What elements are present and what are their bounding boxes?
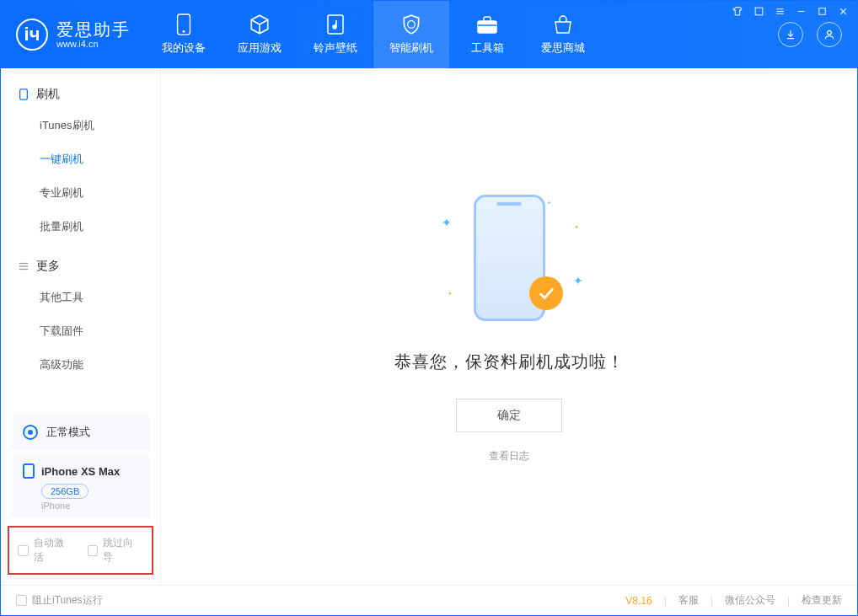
list-icon bbox=[18, 260, 29, 272]
success-illustration: ✦ ● ● ✦ + bbox=[425, 190, 593, 325]
tab-my-device[interactable]: 我的设备 bbox=[146, 1, 222, 68]
check-badge-icon bbox=[529, 276, 563, 310]
nav-header-label: 更多 bbox=[36, 259, 60, 274]
svg-rect-5 bbox=[819, 8, 826, 15]
nav-item-download-firmware[interactable]: 下载固件 bbox=[1, 314, 160, 348]
phone-outline-icon bbox=[18, 88, 29, 100]
phone-icon bbox=[23, 463, 35, 479]
svg-rect-0 bbox=[755, 8, 763, 15]
wechat-link[interactable]: 微信公众号 bbox=[725, 593, 775, 608]
sidebar: 刷机 iTunes刷机 一键刷机 专业刷机 批量刷机 更多 其他工具 下载固件 … bbox=[1, 68, 161, 585]
window-controls bbox=[732, 6, 849, 19]
svg-point-13 bbox=[828, 30, 832, 35]
music-file-icon bbox=[324, 13, 346, 35]
nav-header-label: 刷机 bbox=[36, 87, 60, 102]
ok-button[interactable]: 确定 bbox=[456, 399, 562, 432]
tab-label: 爱思商城 bbox=[541, 40, 585, 56]
tab-store[interactable]: 爱思商城 bbox=[525, 1, 601, 68]
toolbox-icon bbox=[476, 13, 498, 35]
tab-flash[interactable]: 智能刷机 bbox=[373, 1, 449, 68]
checkbox-label: 阻止iTunes运行 bbox=[32, 593, 103, 608]
shirt-icon[interactable] bbox=[732, 6, 743, 19]
sparkle-icon: ✦ bbox=[573, 274, 583, 287]
version-label: V8.16 bbox=[625, 595, 652, 607]
maximize-button[interactable] bbox=[817, 6, 828, 19]
target-icon bbox=[23, 425, 38, 440]
menu-icon[interactable] bbox=[775, 6, 786, 19]
nav-item-other-tools[interactable]: 其他工具 bbox=[1, 281, 160, 314]
nav-section-flash: 刷机 iTunes刷机 一键刷机 专业刷机 批量刷机 bbox=[1, 77, 160, 244]
header: iч 爱思助手 www.i4.cn 我的设备 应用游戏 bbox=[1, 1, 857, 68]
footer-right: V8.16 | 客服 | 微信公众号 | 检查更新 bbox=[625, 593, 842, 608]
body: 刷机 iTunes刷机 一键刷机 专业刷机 批量刷机 更多 其他工具 下载固件 … bbox=[1, 68, 857, 585]
tab-label: 我的设备 bbox=[162, 40, 206, 56]
download-button[interactable] bbox=[778, 22, 803, 47]
mode-box[interactable]: 正常模式 bbox=[11, 415, 150, 450]
skin-icon[interactable] bbox=[753, 6, 764, 19]
svg-point-9 bbox=[183, 30, 185, 33]
auto-activate-checkbox[interactable]: 自动激活 bbox=[18, 536, 74, 565]
nav-item-batch-flash[interactable]: 批量刷机 bbox=[1, 210, 160, 244]
sparkle-icon: ● bbox=[448, 291, 452, 296]
minimize-button[interactable] bbox=[796, 6, 807, 19]
tab-apps[interactable]: 应用游戏 bbox=[222, 1, 298, 68]
success-message: 恭喜您，保资料刷机成功啦！ bbox=[394, 351, 625, 373]
sidebar-bottom: 正常模式 iPhone XS Max 256GB iPhone 自动激活 bbox=[1, 410, 160, 585]
sparkle-icon: ● bbox=[575, 224, 578, 229]
user-button[interactable] bbox=[817, 22, 842, 47]
nav-item-advanced[interactable]: 高级功能 bbox=[1, 348, 160, 382]
tab-label: 智能刷机 bbox=[389, 40, 433, 56]
tab-toolbox[interactable]: 工具箱 bbox=[449, 1, 525, 68]
nav-header-more[interactable]: 更多 bbox=[1, 249, 160, 281]
app-subtitle: www.i4.cn bbox=[56, 39, 131, 49]
logo-icon: iч bbox=[16, 19, 48, 51]
logo-section: iч 爱思助手 www.i4.cn bbox=[1, 1, 146, 68]
nav-header-flash[interactable]: 刷机 bbox=[1, 77, 160, 109]
nav-item-oneclick-flash[interactable]: 一键刷机 bbox=[1, 142, 160, 176]
main-content: ✦ ● ● ✦ + 恭喜您，保资料刷机成功啦！ 确定 查看日志 bbox=[161, 68, 857, 585]
skip-guide-checkbox[interactable]: 跳过向导 bbox=[88, 536, 144, 565]
highlighted-checkboxes: 自动激活 跳过向导 bbox=[8, 526, 153, 575]
shield-refresh-icon bbox=[400, 13, 422, 35]
svg-rect-14 bbox=[20, 89, 28, 99]
main-tabs: 我的设备 应用游戏 铃声壁纸 智能刷机 bbox=[146, 1, 763, 68]
nav: 刷机 iTunes刷机 一键刷机 专业刷机 批量刷机 更多 其他工具 下载固件 … bbox=[1, 68, 160, 395]
checkbox-icon bbox=[18, 545, 29, 556]
nav-section-more: 更多 其他工具 下载固件 高级功能 bbox=[1, 249, 160, 382]
tab-label: 应用游戏 bbox=[238, 40, 282, 56]
tab-label: 工具箱 bbox=[471, 40, 504, 56]
block-itunes-checkbox[interactable]: 阻止iTunes运行 bbox=[16, 593, 103, 608]
app-title: 爱思助手 bbox=[56, 20, 131, 39]
nav-item-pro-flash[interactable]: 专业刷机 bbox=[1, 176, 160, 210]
support-link[interactable]: 客服 bbox=[678, 593, 699, 608]
device-icon bbox=[173, 13, 195, 35]
tab-ringtones[interactable]: 铃声壁纸 bbox=[298, 1, 373, 68]
store-icon bbox=[552, 13, 574, 35]
close-button[interactable] bbox=[838, 6, 849, 19]
check-update-link[interactable]: 检查更新 bbox=[802, 593, 842, 608]
sparkle-icon: + bbox=[547, 199, 551, 206]
sparkle-icon: ✦ bbox=[442, 216, 452, 229]
app-window: iч 爱思助手 www.i4.cn 我的设备 应用游戏 bbox=[0, 0, 858, 616]
nav-item-itunes-flash[interactable]: iTunes刷机 bbox=[1, 109, 160, 142]
view-log-link[interactable]: 查看日志 bbox=[489, 449, 529, 463]
checkbox-label: 自动激活 bbox=[34, 536, 74, 565]
footer: 阻止iTunes运行 V8.16 | 客服 | 微信公众号 | 检查更新 bbox=[1, 585, 857, 615]
checkbox-icon bbox=[16, 595, 27, 606]
device-type: iPhone bbox=[41, 501, 138, 511]
mode-label: 正常模式 bbox=[46, 425, 90, 440]
device-name: iPhone XS Max bbox=[41, 465, 120, 478]
storage-badge: 256GB bbox=[41, 484, 88, 499]
tab-label: 铃声壁纸 bbox=[314, 40, 357, 56]
svg-rect-11 bbox=[478, 21, 496, 33]
cube-icon bbox=[249, 13, 271, 35]
checkbox-icon bbox=[88, 545, 99, 556]
checkbox-label: 跳过向导 bbox=[103, 536, 143, 565]
device-box[interactable]: iPhone XS Max 256GB iPhone bbox=[11, 455, 150, 517]
